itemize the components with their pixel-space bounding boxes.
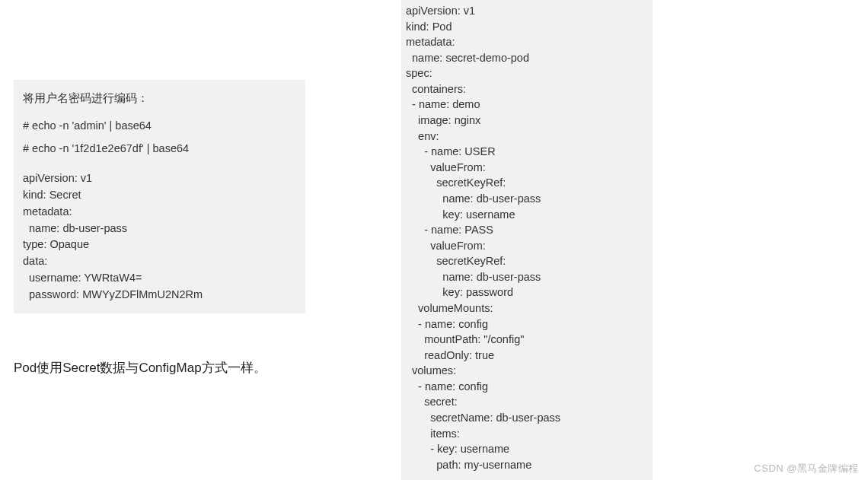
usage-note: Pod使用Secret数据与ConfigMap方式一样。	[14, 359, 266, 377]
encode-cmd-2: # echo -n '1f2d1e2e67df' | base64	[23, 141, 296, 157]
encode-heading: 将用户名密码进行编码：	[23, 91, 296, 107]
watermark-text: CSDN @黑马金牌编程	[754, 462, 859, 475]
secret-encode-box: 将用户名密码进行编码： # echo -n 'admin' | base64 #…	[14, 80, 305, 313]
secret-yaml: apiVersion: v1 kind: Secret metadata: na…	[23, 170, 296, 303]
right-code-block: apiVersion: v1 kind: Pod metadata: name:…	[401, 0, 653, 480]
left-code-block: 将用户名密码进行编码： # echo -n 'admin' | base64 #…	[14, 80, 305, 313]
encode-cmd-1: # echo -n 'admin' | base64	[23, 118, 296, 135]
pod-yaml: apiVersion: v1 kind: Pod metadata: name:…	[406, 3, 648, 472]
